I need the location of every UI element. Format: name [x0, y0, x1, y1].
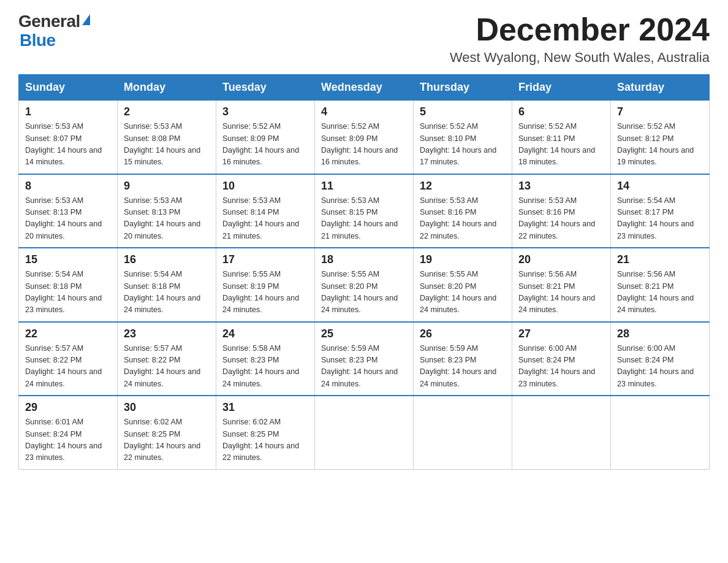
- weekday-header-sunday: Sunday: [19, 75, 118, 101]
- calendar-cell: 12Sunrise: 5:53 AMSunset: 8:16 PMDayligh…: [414, 174, 512, 248]
- day-number: 26: [420, 327, 506, 340]
- calendar-cell: 24Sunrise: 5:58 AMSunset: 8:23 PMDayligh…: [216, 322, 315, 396]
- day-info: Sunrise: 5:59 AMSunset: 8:23 PMDaylight:…: [321, 343, 407, 391]
- day-number: 28: [617, 327, 703, 340]
- calendar-cell: 16Sunrise: 5:54 AMSunset: 8:18 PMDayligh…: [118, 248, 216, 322]
- day-number: 31: [222, 401, 308, 414]
- calendar-cell: [611, 396, 710, 469]
- day-number: 21: [617, 253, 703, 266]
- day-number: 11: [321, 180, 407, 193]
- day-info: Sunrise: 5:54 AMSunset: 8:18 PMDaylight:…: [124, 269, 210, 316]
- day-info: Sunrise: 5:55 AMSunset: 8:20 PMDaylight:…: [420, 269, 506, 316]
- calendar-title: December 2024: [450, 12, 710, 47]
- calendar-subtitle: West Wyalong, New South Wales, Australia: [450, 50, 710, 66]
- day-info: Sunrise: 5:52 AMSunset: 8:09 PMDaylight:…: [321, 121, 407, 169]
- logo-arrow-icon: [82, 14, 90, 25]
- calendar-cell: 5Sunrise: 5:52 AMSunset: 8:10 PMDaylight…: [414, 101, 512, 174]
- day-info: Sunrise: 5:56 AMSunset: 8:21 PMDaylight:…: [518, 269, 604, 316]
- calendar-cell: 21Sunrise: 5:56 AMSunset: 8:21 PMDayligh…: [611, 248, 710, 322]
- logo-general-text: General: [18, 12, 80, 31]
- calendar-cell: 13Sunrise: 5:53 AMSunset: 8:16 PMDayligh…: [512, 174, 611, 248]
- weekday-header-monday: Monday: [118, 75, 216, 101]
- day-info: Sunrise: 6:00 AMSunset: 8:24 PMDaylight:…: [518, 343, 604, 391]
- calendar-cell: 7Sunrise: 5:52 AMSunset: 8:12 PMDaylight…: [611, 101, 710, 174]
- weekday-header-row: SundayMondayTuesdayWednesdayThursdayFrid…: [19, 75, 710, 101]
- calendar-table: SundayMondayTuesdayWednesdayThursdayFrid…: [18, 74, 710, 470]
- day-info: Sunrise: 5:52 AMSunset: 8:10 PMDaylight:…: [420, 121, 506, 169]
- calendar-cell: 26Sunrise: 5:59 AMSunset: 8:23 PMDayligh…: [414, 322, 512, 396]
- calendar-week-row: 15Sunrise: 5:54 AMSunset: 8:18 PMDayligh…: [19, 248, 710, 322]
- calendar-cell: 11Sunrise: 5:53 AMSunset: 8:15 PMDayligh…: [315, 174, 414, 248]
- day-number: 22: [25, 327, 111, 340]
- day-number: 4: [321, 105, 407, 118]
- day-info: Sunrise: 5:55 AMSunset: 8:19 PMDaylight:…: [222, 269, 308, 316]
- weekday-header-thursday: Thursday: [414, 75, 512, 101]
- day-number: 16: [124, 253, 210, 266]
- weekday-header-wednesday: Wednesday: [315, 75, 414, 101]
- calendar-cell: 23Sunrise: 5:57 AMSunset: 8:22 PMDayligh…: [118, 322, 216, 396]
- calendar-cell: 18Sunrise: 5:55 AMSunset: 8:20 PMDayligh…: [315, 248, 414, 322]
- calendar-cell: 6Sunrise: 5:52 AMSunset: 8:11 PMDaylight…: [512, 101, 611, 174]
- day-number: 30: [124, 401, 210, 414]
- day-info: Sunrise: 5:54 AMSunset: 8:17 PMDaylight:…: [617, 195, 703, 243]
- day-number: 7: [617, 105, 703, 118]
- calendar-cell: 15Sunrise: 5:54 AMSunset: 8:18 PMDayligh…: [19, 248, 118, 322]
- day-number: 27: [518, 327, 604, 340]
- day-number: 2: [124, 105, 210, 118]
- calendar-cell: 27Sunrise: 6:00 AMSunset: 8:24 PMDayligh…: [512, 322, 611, 396]
- day-info: Sunrise: 5:57 AMSunset: 8:22 PMDaylight:…: [25, 343, 111, 391]
- day-number: 17: [222, 253, 308, 266]
- calendar-week-row: 8Sunrise: 5:53 AMSunset: 8:13 PMDaylight…: [19, 174, 710, 248]
- calendar-cell: 29Sunrise: 6:01 AMSunset: 8:24 PMDayligh…: [19, 396, 118, 469]
- weekday-header-tuesday: Tuesday: [216, 75, 315, 101]
- calendar-week-row: 29Sunrise: 6:01 AMSunset: 8:24 PMDayligh…: [19, 396, 710, 469]
- day-number: 29: [25, 401, 111, 414]
- day-number: 12: [420, 180, 506, 193]
- day-info: Sunrise: 5:53 AMSunset: 8:07 PMDaylight:…: [25, 121, 111, 169]
- calendar-cell: 31Sunrise: 6:02 AMSunset: 8:25 PMDayligh…: [216, 396, 315, 469]
- day-number: 10: [222, 180, 308, 193]
- day-info: Sunrise: 5:53 AMSunset: 8:13 PMDaylight:…: [124, 195, 210, 243]
- day-number: 9: [124, 180, 210, 193]
- day-info: Sunrise: 6:02 AMSunset: 8:25 PMDaylight:…: [124, 416, 210, 464]
- day-number: 25: [321, 327, 407, 340]
- weekday-header-saturday: Saturday: [611, 75, 710, 101]
- day-info: Sunrise: 5:52 AMSunset: 8:11 PMDaylight:…: [518, 121, 604, 169]
- calendar-cell: 20Sunrise: 5:56 AMSunset: 8:21 PMDayligh…: [512, 248, 611, 322]
- day-number: 13: [518, 180, 604, 193]
- day-info: Sunrise: 5:53 AMSunset: 8:16 PMDaylight:…: [420, 195, 506, 243]
- calendar-week-row: 22Sunrise: 5:57 AMSunset: 8:22 PMDayligh…: [19, 322, 710, 396]
- calendar-cell: [512, 396, 611, 469]
- calendar-cell: [414, 396, 512, 469]
- day-info: Sunrise: 6:02 AMSunset: 8:25 PMDaylight:…: [222, 416, 308, 464]
- logo: General Blue: [18, 12, 90, 50]
- day-info: Sunrise: 5:53 AMSunset: 8:15 PMDaylight:…: [321, 195, 407, 243]
- calendar-cell: 4Sunrise: 5:52 AMSunset: 8:09 PMDaylight…: [315, 101, 414, 174]
- day-number: 19: [420, 253, 506, 266]
- day-info: Sunrise: 5:52 AMSunset: 8:12 PMDaylight:…: [617, 121, 703, 169]
- calendar-cell: 28Sunrise: 6:00 AMSunset: 8:24 PMDayligh…: [611, 322, 710, 396]
- calendar-cell: [315, 396, 414, 469]
- day-number: 15: [25, 253, 111, 266]
- calendar-cell: 19Sunrise: 5:55 AMSunset: 8:20 PMDayligh…: [414, 248, 512, 322]
- day-number: 23: [124, 327, 210, 340]
- day-info: Sunrise: 5:53 AMSunset: 8:08 PMDaylight:…: [124, 121, 210, 169]
- day-number: 3: [222, 105, 308, 118]
- calendar-week-row: 1Sunrise: 5:53 AMSunset: 8:07 PMDaylight…: [19, 101, 710, 174]
- day-info: Sunrise: 6:00 AMSunset: 8:24 PMDaylight:…: [617, 343, 703, 391]
- day-info: Sunrise: 5:55 AMSunset: 8:20 PMDaylight:…: [321, 269, 407, 316]
- calendar-cell: 14Sunrise: 5:54 AMSunset: 8:17 PMDayligh…: [611, 174, 710, 248]
- day-number: 20: [518, 253, 604, 266]
- calendar-cell: 9Sunrise: 5:53 AMSunset: 8:13 PMDaylight…: [118, 174, 216, 248]
- day-number: 14: [617, 180, 703, 193]
- calendar-cell: 2Sunrise: 5:53 AMSunset: 8:08 PMDaylight…: [118, 101, 216, 174]
- day-info: Sunrise: 5:53 AMSunset: 8:13 PMDaylight:…: [25, 195, 111, 243]
- day-info: Sunrise: 5:53 AMSunset: 8:14 PMDaylight:…: [222, 195, 308, 243]
- calendar-cell: 1Sunrise: 5:53 AMSunset: 8:07 PMDaylight…: [19, 101, 118, 174]
- day-info: Sunrise: 5:59 AMSunset: 8:23 PMDaylight:…: [420, 343, 506, 391]
- calendar-cell: 17Sunrise: 5:55 AMSunset: 8:19 PMDayligh…: [216, 248, 315, 322]
- title-block: December 2024 West Wyalong, New South Wa…: [450, 12, 710, 66]
- calendar-cell: 25Sunrise: 5:59 AMSunset: 8:23 PMDayligh…: [315, 322, 414, 396]
- day-info: Sunrise: 5:53 AMSunset: 8:16 PMDaylight:…: [518, 195, 604, 243]
- day-number: 18: [321, 253, 407, 266]
